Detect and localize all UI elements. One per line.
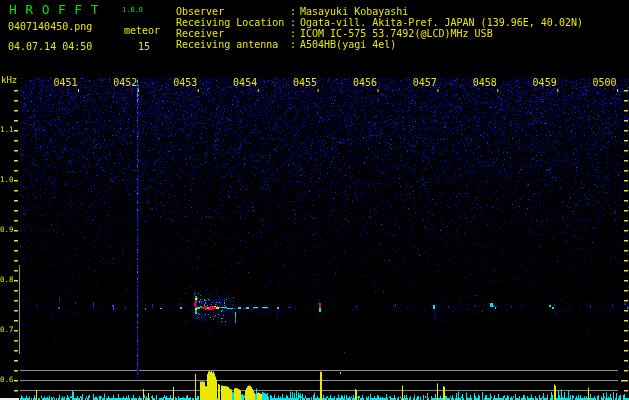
header: HROFFT 1.0.0 0407140450.png meteor 04.07… [0, 0, 39, 171]
echo-count: 15 [138, 42, 150, 52]
info-value: Ogata-vill. Akita-Pref. JAPAN (139.96E, … [300, 18, 583, 28]
output-filename: 0407140450.png [8, 22, 92, 32]
observation-mode: meteor [124, 26, 160, 36]
freq-label-0.9: 0.9 [0, 226, 14, 234]
freq-label-1.1: 1.1 [0, 126, 14, 134]
info-value: Masayuki Kobayashi [300, 7, 408, 17]
info-colon: : [290, 7, 296, 17]
info-value: A504HB(yagi 4el) [300, 40, 396, 50]
info-label: Receiver [176, 29, 224, 39]
app-version: 1.0.0 [122, 6, 143, 15]
freq-label-1.0: 1.0 [0, 176, 14, 184]
info-colon: : [290, 18, 296, 28]
info-label: Receiving antenna [176, 40, 278, 50]
info-label: Receiving Location [176, 18, 284, 28]
time-label-0452: 0452 [113, 78, 137, 88]
time-label-0453: 0453 [173, 78, 197, 88]
app-title: HROFFT [9, 4, 107, 16]
time-label-0457: 0457 [413, 78, 437, 88]
freq-label-0.7: 0.7 [0, 326, 14, 334]
info-colon: : [290, 29, 296, 39]
spectrogram-canvas [0, 0, 629, 400]
time-label-0451: 0451 [53, 78, 77, 88]
time-label-0500: 0500 [593, 78, 617, 88]
info-label: Observer [176, 7, 224, 17]
hrofft-output-window: HROFFT 1.0.0 0407140450.png meteor 04.07… [0, 0, 629, 400]
time-label-0456: 0456 [353, 78, 377, 88]
time-label-0454: 0454 [233, 78, 257, 88]
freq-label-0.6: 0.6 [0, 376, 14, 384]
time-label-0455: 0455 [293, 78, 317, 88]
time-label-0459: 0459 [533, 78, 557, 88]
freq-unit-label: kHz [1, 76, 17, 85]
freq-label-0.8: 0.8 [0, 276, 14, 284]
time-label-0458: 0458 [473, 78, 497, 88]
info-colon: : [290, 40, 296, 50]
info-value: ICOM IC-575 53.7492(@LCD)MHz USB [300, 29, 493, 39]
observation-datetime: 04.07.14 04:50 [8, 42, 92, 52]
